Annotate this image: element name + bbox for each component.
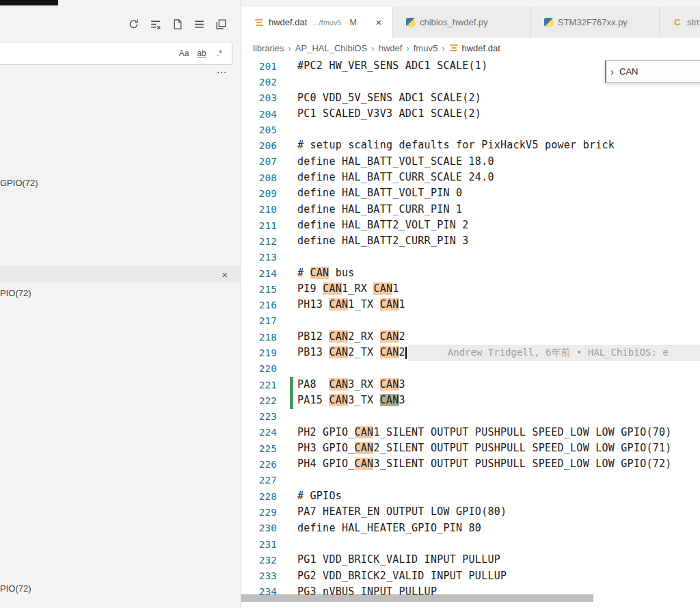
- line-number: 224: [241, 427, 277, 438]
- breadcrumb: libraries›AP_HAL_ChibiOS›hwdef›fmuv5›hwd…: [241, 38, 700, 58]
- horizontal-scrollbar[interactable]: [241, 594, 593, 602]
- line-number: 233: [241, 570, 277, 581]
- breadcrumb-item[interactable]: hwdef: [379, 43, 403, 53]
- editor-group: hwdef.dat.../fmuv5M×chibios_hwdef.pySTM3…: [241, 0, 700, 608]
- code-line[interactable]: 232PG1 VDD_BRICK_VALID INPUT PULLUP: [241, 552, 700, 568]
- gutter-decorations: [277, 440, 297, 456]
- refresh-icon[interactable]: [127, 18, 140, 31]
- search-view-toolbar: [127, 18, 228, 31]
- search-result-text: GPIO(72): [0, 178, 38, 188]
- breadcrumb-file[interactable]: hwdef.dat: [449, 43, 500, 53]
- tab-stm32f767xx-py[interactable]: STM32F767xx.py: [531, 7, 660, 38]
- code-line[interactable]: 231: [241, 536, 700, 552]
- collapse-all-icon[interactable]: [193, 18, 206, 31]
- code-token: define HAL_BATT2_CURR_PIN 3: [297, 235, 469, 247]
- new-search-editor-icon[interactable]: [171, 18, 184, 31]
- code-token: PH3 GPIO_: [297, 442, 355, 454]
- code-line[interactable]: 221PA8 CAN3_RX CAN3: [241, 377, 700, 393]
- search-match-highlight: CAN: [329, 346, 348, 358]
- code-line[interactable]: 205: [241, 122, 700, 137]
- code-line[interactable]: 209define HAL_BATT_VOLT_PIN 0: [241, 185, 700, 201]
- clear-search-results-icon[interactable]: [149, 18, 162, 31]
- code-token: PH2 GPIO_: [297, 426, 355, 438]
- code-line[interactable]: 230define HAL_HEATER_GPIO_PIN 80: [241, 520, 700, 536]
- code-line[interactable]: 225PH3 GPIO_CAN2_SILENT OUTPUT PUSHPULL …: [241, 440, 700, 456]
- code-line[interactable]: 224PH2 GPIO_CAN1_SILENT OUTPUT PUSHPULL …: [241, 425, 700, 440]
- code-token: PB12: [297, 330, 329, 343]
- code-line[interactable]: 213: [241, 250, 700, 265]
- search-result-item[interactable]: ×: [0, 266, 241, 282]
- code-area: 201#PC2 HW_VER_SENS ADC1 SCALE(1)202203P…: [241, 58, 700, 600]
- find-input[interactable]: CAN: [619, 66, 638, 77]
- gutter-decorations: [277, 520, 297, 536]
- match-whole-word-toggle[interactable]: ab: [195, 47, 208, 60]
- breadcrumb-item[interactable]: libraries: [253, 43, 284, 53]
- code-line[interactable]: 218PB12 CAN2_RX CAN2: [241, 329, 700, 345]
- gutter-decorations: [277, 265, 297, 281]
- view-as-tree-icon[interactable]: [215, 18, 228, 31]
- search-result-text: PIO(72): [0, 288, 31, 298]
- line-number: 228: [241, 491, 277, 502]
- tab-bar: hwdef.dat.../fmuv5M×chibios_hwdef.pySTM3…: [241, 0, 700, 38]
- code-token: 2: [399, 330, 405, 343]
- code-line[interactable]: 229PA7 HEATER_EN OUTPUT LOW GPIO(80): [241, 504, 700, 520]
- tab-chibios-hwdef-py[interactable]: chibios_hwdef.py: [393, 7, 531, 38]
- code-line[interactable]: 211define HAL_BATT2_VOLT_PIN 2: [241, 217, 700, 233]
- code-line[interactable]: 228# GPIOs: [241, 488, 700, 504]
- breadcrumb-item[interactable]: fmuv5: [414, 43, 438, 53]
- line-number: 222: [241, 395, 277, 406]
- search-input-box[interactable]: Aaab.*: [0, 42, 232, 65]
- code-token: 2_TX: [348, 346, 379, 358]
- dismiss-result-icon[interactable]: ×: [221, 269, 228, 280]
- gutter-decorations: [277, 409, 297, 425]
- code-text: PA15 CAN3_TX CAN3: [297, 393, 405, 408]
- match-case-toggle[interactable]: Aa: [177, 47, 191, 60]
- code-text: define HAL_BATT_VOLT_SCALE 18.0: [297, 154, 494, 170]
- breadcrumb-item[interactable]: AP_HAL_ChibiOS: [295, 43, 368, 53]
- search-result-item[interactable]: PIO(72): [0, 285, 241, 301]
- code-token: define HAL_BATT_VOLT_SCALE 18.0: [297, 155, 494, 168]
- use-regex-toggle[interactable]: .*: [213, 47, 226, 60]
- code-line[interactable]: 212define HAL_BATT2_CURR_PIN 3: [241, 233, 700, 249]
- code-line[interactable]: 216PH13 CAN1_TX CAN1: [241, 297, 700, 313]
- code-line[interactable]: 206# setup scaling defaults for PixHackV…: [241, 137, 700, 153]
- gutter-decorations: [277, 297, 297, 313]
- tab-stm[interactable]: Cstm: [660, 7, 700, 38]
- line-number: 213: [241, 252, 277, 263]
- gutter-decorations: [277, 377, 297, 393]
- code-line[interactable]: 220: [241, 361, 700, 377]
- code-line[interactable]: 233PG2 VDD_BRICK2_VALID INPUT PULLUP: [241, 568, 700, 584]
- code-text: PA8 CAN3_RX CAN3: [297, 377, 405, 393]
- gutter-decorations: [277, 185, 297, 201]
- code-line[interactable]: 219PB13 CAN2_TX CAN2Andrew Tridgell, 6年前…: [241, 345, 700, 360]
- search-result-item[interactable]: PIO(72): [0, 580, 241, 596]
- line-number: 218: [241, 332, 277, 343]
- code-line[interactable]: 215PI9 CAN1_RX CAN1: [241, 281, 700, 297]
- code-line[interactable]: 223: [241, 409, 700, 425]
- code-token: PG1 VDD_BRICK_VALID INPUT PULLUP: [297, 553, 500, 566]
- code-line[interactable]: 208define HAL_BATT_CURR_SCALE 24.0: [241, 170, 700, 185]
- toggle-replace-chevron-icon[interactable]: ›: [610, 66, 614, 77]
- code-line[interactable]: 217: [241, 313, 700, 329]
- code-line[interactable]: 210define HAL_BATT_CURR_PIN 1: [241, 202, 700, 217]
- gutter-decorations: [277, 568, 297, 584]
- find-widget: › CAN: [605, 60, 700, 83]
- toggle-search-details-button[interactable]: ⋯: [213, 66, 230, 79]
- code-line[interactable]: 222PA15 CAN3_TX CAN3: [241, 393, 700, 408]
- search-result-item[interactable]: GPIO(72): [0, 174, 241, 191]
- gutter-decorations: [277, 137, 297, 153]
- vscode-window: Aaab.* ⋯ GPIO(72)×PIO(72)PIO(72) hwdef.d…: [0, 0, 700, 608]
- line-number: 208: [241, 172, 277, 183]
- code-token: 3_TX: [348, 394, 379, 406]
- tab-hwdef-dat[interactable]: hwdef.dat.../fmuv5M×: [241, 7, 393, 38]
- code-token: 1: [399, 298, 405, 310]
- close-tab-icon[interactable]: ×: [372, 16, 386, 29]
- code-line[interactable]: 214# CAN bus: [241, 265, 700, 281]
- code-line[interactable]: 226PH4 GPIO_CAN3_SILENT OUTPUT PUSHPULL …: [241, 456, 700, 472]
- code-line[interactable]: 207define HAL_BATT_VOLT_SCALE 18.0: [241, 154, 700, 170]
- code-token: define HAL_HEATER_GPIO_PIN 80: [297, 522, 481, 534]
- code-line[interactable]: 204PC1 SCALED_V3V3 ADC1 SCALE(2): [241, 106, 700, 122]
- code-line[interactable]: 227: [241, 473, 700, 488]
- code-line[interactable]: 203PC0 VDD_5V_SENS ADC1 SCALE(2): [241, 90, 700, 106]
- gutter-decorations: [277, 456, 297, 472]
